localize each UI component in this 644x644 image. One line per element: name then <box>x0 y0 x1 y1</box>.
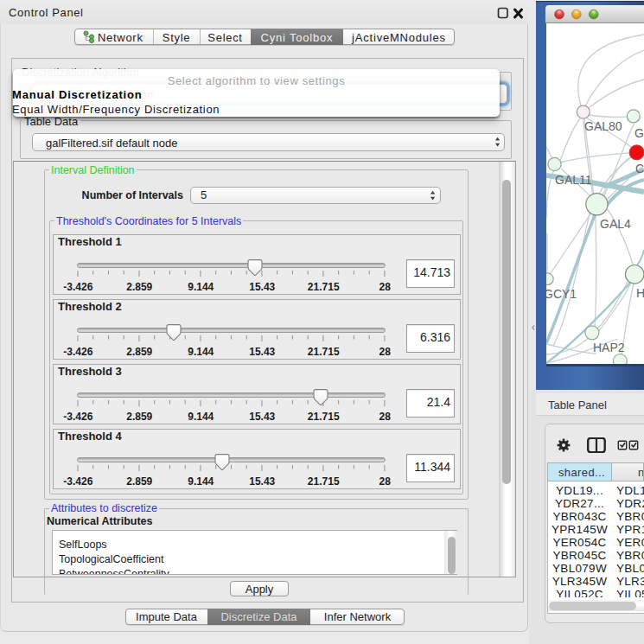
svg-text:GAL4: GAL4 <box>600 217 631 231</box>
svg-text:GAL80: GAL80 <box>584 119 622 133</box>
svg-text:GCY1: GCY1 <box>546 287 577 301</box>
svg-text:HAP2: HAP2 <box>593 341 625 354</box>
svg-text:GAL11: GAL11 <box>555 173 592 187</box>
svg-text:H: H <box>636 286 644 300</box>
svg-text:C: C <box>635 162 644 175</box>
svg-text:GA: GA <box>634 126 644 140</box>
